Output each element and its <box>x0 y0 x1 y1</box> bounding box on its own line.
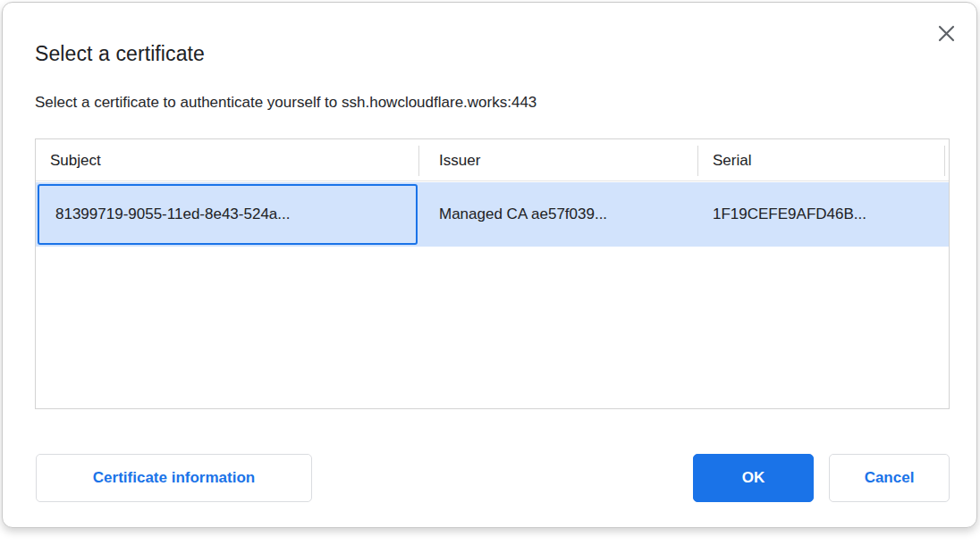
dialog-subtitle: Select a certificate to authenticate you… <box>35 94 536 112</box>
column-header-subject: Subject <box>50 139 101 181</box>
column-divider <box>418 146 419 176</box>
column-divider <box>944 146 945 176</box>
certificate-select-dialog: Select a certificate Select a certificat… <box>2 2 977 528</box>
column-divider <box>697 146 698 176</box>
certificate-table: Subject Issuer Serial 81399719-9055-11ed… <box>35 138 950 409</box>
table-header: Subject Issuer Serial <box>36 139 949 181</box>
screen: Select a certificate Select a certificat… <box>0 0 980 545</box>
dialog-title: Select a certificate <box>35 42 205 66</box>
close-button[interactable] <box>934 21 959 46</box>
certificate-information-button[interactable]: Certificate information <box>36 454 312 502</box>
ok-button[interactable]: OK <box>693 454 814 502</box>
certificate-row-selected[interactable]: 81399719-9055-11ed-8e43-524a... Managed … <box>36 182 949 247</box>
column-header-serial: Serial <box>713 139 751 181</box>
close-icon <box>938 25 955 42</box>
cell-issuer[interactable]: Managed CA ae57f039... <box>439 182 607 247</box>
cell-subject[interactable]: 81399719-9055-11ed-8e43-524a... <box>38 184 418 245</box>
column-header-issuer: Issuer <box>439 139 480 181</box>
cell-serial[interactable]: 1F19CEFE9AFD46B... <box>713 182 866 247</box>
cancel-button[interactable]: Cancel <box>829 454 950 502</box>
